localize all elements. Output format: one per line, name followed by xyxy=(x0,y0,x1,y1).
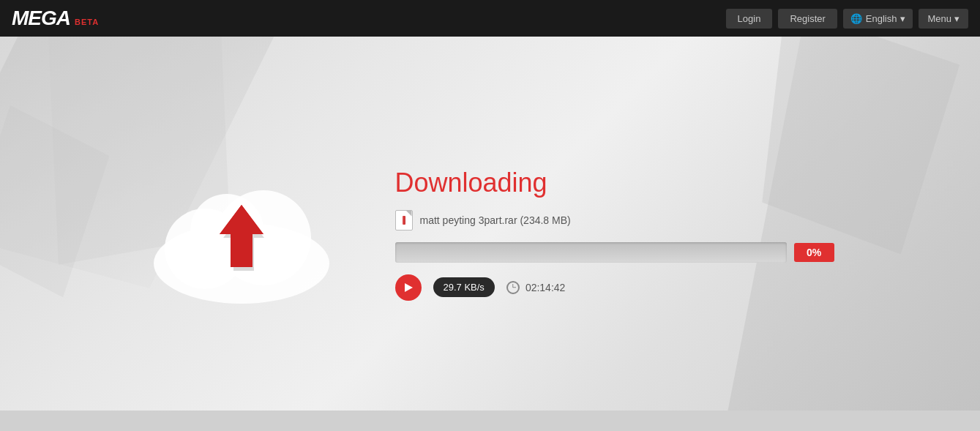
chevron-down-icon: ▾ xyxy=(954,13,960,24)
progress-percent: 0% xyxy=(794,243,834,262)
clock-icon xyxy=(506,281,520,294)
chevron-down-icon: ▾ xyxy=(900,13,905,24)
file-icon xyxy=(395,210,413,231)
menu-label: Menu xyxy=(927,13,951,24)
language-label: English xyxy=(866,13,897,24)
language-selector[interactable]: 🌐 English ▾ xyxy=(843,9,913,29)
progress-container: 0% xyxy=(395,242,834,263)
file-icon-inner xyxy=(403,216,405,225)
download-panel: Downloading matt peyting 3part.rar (234.… xyxy=(395,168,834,301)
file-info: matt peyting 3part.rar (234.8 MB) xyxy=(395,210,834,231)
downloading-title: Downloading xyxy=(395,168,834,198)
file-name: matt peyting 3part.rar (234.8 MB) xyxy=(420,214,571,226)
globe-icon: 🌐 xyxy=(850,13,862,24)
cloud-download-icon xyxy=(146,161,337,307)
bottom-bar xyxy=(0,411,980,431)
time-remaining-info: 02:14:42 xyxy=(506,281,566,294)
progress-bar xyxy=(395,242,787,263)
pause-button[interactable] xyxy=(395,274,422,301)
main-content: Downloading matt peyting 3part.rar (234.… xyxy=(0,37,980,431)
header: MEGA BETA Login Register 🌐 English ▾ Men… xyxy=(0,0,980,37)
logo-text: MEGA xyxy=(12,7,70,30)
login-button[interactable]: Login xyxy=(726,9,773,29)
header-right: Login Register 🌐 English ▾ Menu ▾ xyxy=(726,9,968,29)
stats-row: 29.7 KB/s 02:14:42 xyxy=(395,274,834,301)
menu-button[interactable]: Menu ▾ xyxy=(919,9,968,29)
download-speed: 29.7 KB/s xyxy=(433,277,495,297)
beta-label: BETA xyxy=(75,18,99,26)
register-button[interactable]: Register xyxy=(778,9,837,29)
time-remaining: 02:14:42 xyxy=(525,282,566,293)
content-area: Downloading matt peyting 3part.rar (234.… xyxy=(0,37,980,431)
logo-area: MEGA BETA xyxy=(12,7,99,30)
